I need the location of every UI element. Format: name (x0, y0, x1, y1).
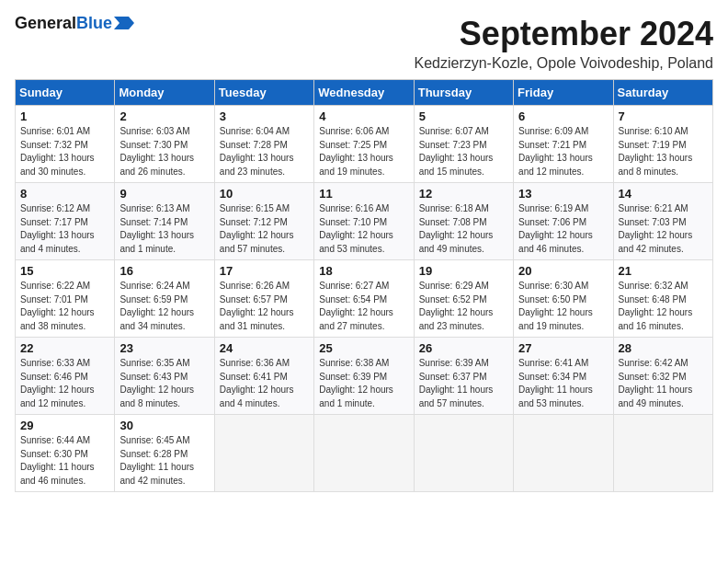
day-number: 2 (119, 109, 209, 123)
calendar-week-3: 15Sunrise: 6:22 AMSunset: 7:01 PMDayligh… (16, 260, 713, 338)
table-row: 3Sunrise: 6:04 AMSunset: 7:28 PMDaylight… (214, 106, 313, 183)
day-info: Sunrise: 6:45 AMSunset: 6:28 PMDaylight:… (119, 435, 194, 486)
table-row: 2Sunrise: 6:03 AMSunset: 7:30 PMDaylight… (115, 106, 214, 183)
table-row (414, 415, 513, 492)
month-title: September 2024 (414, 15, 713, 53)
table-row: 8Sunrise: 6:12 AMSunset: 7:17 PMDaylight… (16, 183, 115, 260)
day-number: 14 (619, 187, 708, 201)
day-info: Sunrise: 6:06 AMSunset: 7:25 PMDaylight:… (319, 126, 393, 177)
day-number: 20 (518, 264, 608, 278)
day-info: Sunrise: 6:09 AMSunset: 7:21 PMDaylight:… (518, 126, 593, 177)
calendar-week-2: 8Sunrise: 6:12 AMSunset: 7:17 PMDaylight… (16, 183, 713, 260)
table-row: 1Sunrise: 6:01 AMSunset: 7:32 PMDaylight… (16, 106, 115, 183)
day-info: Sunrise: 6:22 AMSunset: 7:01 PMDaylight:… (20, 281, 95, 331)
day-number: 5 (419, 109, 508, 123)
weekday-header-row: SundayMondayTuesdayWednesdayThursdayFrid… (16, 80, 713, 106)
table-row: 30Sunrise: 6:45 AMSunset: 6:28 PMDayligh… (115, 415, 214, 492)
table-row: 15Sunrise: 6:22 AMSunset: 7:01 PMDayligh… (16, 260, 115, 338)
day-number: 29 (20, 419, 109, 432)
table-row: 21Sunrise: 6:32 AMSunset: 6:48 PMDayligh… (613, 260, 712, 338)
day-info: Sunrise: 6:30 AMSunset: 6:50 PMDaylight:… (518, 281, 593, 331)
day-number: 6 (518, 109, 608, 123)
calendar-week-1: 1Sunrise: 6:01 AMSunset: 7:32 PMDaylight… (16, 106, 713, 183)
table-row: 29Sunrise: 6:44 AMSunset: 6:30 PMDayligh… (16, 415, 115, 492)
logo-area: GeneralBlue (15, 15, 134, 31)
day-info: Sunrise: 6:15 AMSunset: 7:12 PMDaylight:… (220, 203, 294, 254)
logo-text: GeneralBlue (15, 15, 112, 31)
weekday-header-wednesday: Wednesday (314, 80, 414, 106)
location-title: Kedzierzyn-Kozle, Opole Voivodeship, Pol… (414, 55, 713, 72)
table-row: 27Sunrise: 6:41 AMSunset: 6:34 PMDayligh… (514, 338, 613, 415)
day-number: 10 (220, 187, 309, 201)
day-info: Sunrise: 6:21 AMSunset: 7:03 PMDaylight:… (619, 203, 693, 254)
table-row: 6Sunrise: 6:09 AMSunset: 7:21 PMDaylight… (514, 106, 613, 183)
day-info: Sunrise: 6:27 AMSunset: 6:54 PMDaylight:… (319, 281, 393, 331)
day-number: 21 (619, 264, 708, 278)
day-info: Sunrise: 6:18 AMSunset: 7:08 PMDaylight:… (419, 203, 494, 254)
table-row: 17Sunrise: 6:26 AMSunset: 6:57 PMDayligh… (214, 260, 313, 338)
calendar-week-4: 22Sunrise: 6:33 AMSunset: 6:46 PMDayligh… (16, 338, 713, 415)
table-row: 20Sunrise: 6:30 AMSunset: 6:50 PMDayligh… (514, 260, 613, 338)
logo-general: General (15, 14, 76, 32)
day-info: Sunrise: 6:35 AMSunset: 6:43 PMDaylight:… (119, 358, 194, 408)
day-info: Sunrise: 6:38 AMSunset: 6:39 PMDaylight:… (319, 358, 393, 408)
day-info: Sunrise: 6:12 AMSunset: 7:17 PMDaylight:… (20, 203, 95, 254)
day-number: 18 (319, 264, 408, 278)
day-number: 11 (319, 187, 408, 201)
day-info: Sunrise: 6:16 AMSunset: 7:10 PMDaylight:… (319, 203, 393, 254)
day-info: Sunrise: 6:29 AMSunset: 6:52 PMDaylight:… (419, 281, 494, 331)
day-number: 23 (119, 341, 209, 355)
table-row: 10Sunrise: 6:15 AMSunset: 7:12 PMDayligh… (214, 183, 313, 260)
table-row: 12Sunrise: 6:18 AMSunset: 7:08 PMDayligh… (414, 183, 513, 260)
day-info: Sunrise: 6:44 AMSunset: 6:30 PMDaylight:… (20, 435, 95, 486)
day-number: 7 (619, 109, 708, 123)
weekday-header-monday: Monday (115, 80, 214, 106)
table-row: 22Sunrise: 6:33 AMSunset: 6:46 PMDayligh… (16, 338, 115, 415)
table-row: 18Sunrise: 6:27 AMSunset: 6:54 PMDayligh… (314, 260, 414, 338)
weekday-header-friday: Friday (514, 80, 613, 106)
day-info: Sunrise: 6:36 AMSunset: 6:41 PMDaylight:… (220, 358, 294, 408)
table-row: 4Sunrise: 6:06 AMSunset: 7:25 PMDaylight… (314, 106, 414, 183)
table-row: 11Sunrise: 6:16 AMSunset: 7:10 PMDayligh… (314, 183, 414, 260)
calendar-table: SundayMondayTuesdayWednesdayThursdayFrid… (15, 79, 713, 492)
day-number: 27 (518, 341, 608, 355)
table-row: 7Sunrise: 6:10 AMSunset: 7:19 PMDaylight… (613, 106, 712, 183)
day-number: 4 (319, 109, 408, 123)
day-number: 12 (419, 187, 508, 201)
table-row: 19Sunrise: 6:29 AMSunset: 6:52 PMDayligh… (414, 260, 513, 338)
table-row: 5Sunrise: 6:07 AMSunset: 7:23 PMDaylight… (414, 106, 513, 183)
day-number: 19 (419, 264, 508, 278)
day-number: 26 (419, 341, 508, 355)
table-row: 28Sunrise: 6:42 AMSunset: 6:32 PMDayligh… (613, 338, 712, 415)
day-info: Sunrise: 6:39 AMSunset: 6:37 PMDaylight:… (419, 358, 494, 408)
day-info: Sunrise: 6:04 AMSunset: 7:28 PMDaylight:… (220, 126, 294, 177)
day-number: 30 (119, 419, 209, 432)
table-row: 26Sunrise: 6:39 AMSunset: 6:37 PMDayligh… (414, 338, 513, 415)
day-info: Sunrise: 6:13 AMSunset: 7:14 PMDaylight:… (119, 203, 194, 254)
day-info: Sunrise: 6:26 AMSunset: 6:57 PMDaylight:… (220, 281, 294, 331)
calendar-week-5: 29Sunrise: 6:44 AMSunset: 6:30 PMDayligh… (16, 415, 713, 492)
title-area: September 2024 Kedzierzyn-Kozle, Opole V… (414, 15, 713, 72)
day-number: 24 (220, 341, 309, 355)
day-number: 28 (619, 341, 708, 355)
day-info: Sunrise: 6:24 AMSunset: 6:59 PMDaylight:… (119, 281, 194, 331)
day-info: Sunrise: 6:33 AMSunset: 6:46 PMDaylight:… (20, 358, 95, 408)
day-number: 15 (20, 264, 109, 278)
day-number: 8 (20, 187, 109, 201)
page-header: GeneralBlue September 2024 Kedzierzyn-Ko… (15, 15, 713, 72)
table-row: 23Sunrise: 6:35 AMSunset: 6:43 PMDayligh… (115, 338, 214, 415)
day-info: Sunrise: 6:19 AMSunset: 7:06 PMDaylight:… (518, 203, 593, 254)
table-row (514, 415, 613, 492)
day-number: 3 (220, 109, 309, 123)
day-number: 17 (220, 264, 309, 278)
logo-blue: Blue (76, 14, 112, 32)
table-row (314, 415, 414, 492)
day-number: 13 (518, 187, 608, 201)
weekday-header-thursday: Thursday (414, 80, 513, 106)
logo-row: GeneralBlue (15, 15, 134, 31)
day-info: Sunrise: 6:07 AMSunset: 7:23 PMDaylight:… (419, 126, 494, 177)
weekday-header-tuesday: Tuesday (214, 80, 313, 106)
day-info: Sunrise: 6:01 AMSunset: 7:32 PMDaylight:… (20, 126, 95, 177)
day-info: Sunrise: 6:10 AMSunset: 7:19 PMDaylight:… (619, 126, 693, 177)
table-row (613, 415, 712, 492)
